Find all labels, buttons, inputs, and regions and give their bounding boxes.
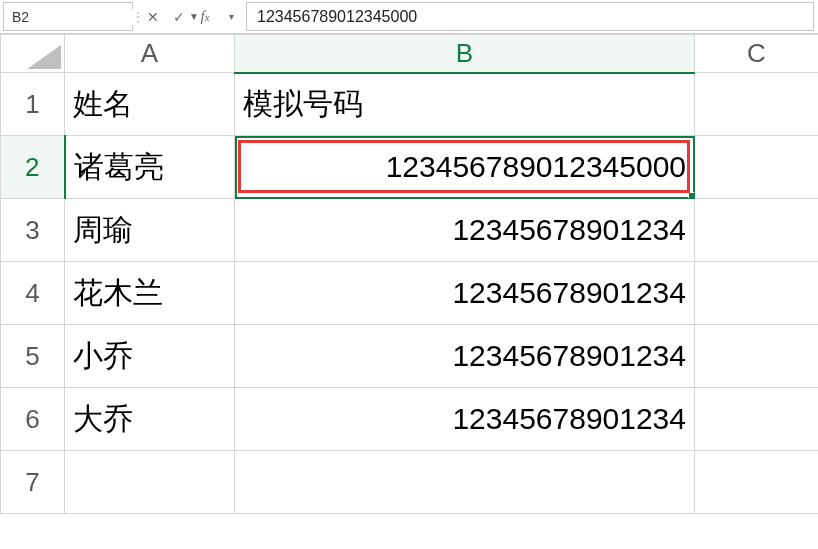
cell-B5[interactable]: 12345678901234: [235, 325, 695, 388]
cell-C7[interactable]: [695, 451, 819, 514]
chevron-down-icon[interactable]: ▾: [218, 0, 244, 33]
table-row: 2 诸葛亮 123456789012345000: [1, 136, 819, 199]
cell-C2[interactable]: [695, 136, 819, 199]
row-header-3[interactable]: 3: [1, 199, 65, 262]
row-header-2[interactable]: 2: [1, 136, 65, 199]
spreadsheet: A B C 1 姓名 模拟号码 2 诸葛亮 123456789012345000…: [0, 34, 818, 514]
cell-A3[interactable]: 周瑜: [65, 199, 235, 262]
row-header-7[interactable]: 7: [1, 451, 65, 514]
row-header-5[interactable]: 5: [1, 325, 65, 388]
cancel-button[interactable]: ✕: [140, 0, 166, 33]
cell-B3[interactable]: 12345678901234: [235, 199, 695, 262]
cell-B7[interactable]: [235, 451, 695, 514]
row-header-6[interactable]: 6: [1, 388, 65, 451]
cell-C4[interactable]: [695, 262, 819, 325]
cell-C3[interactable]: [695, 199, 819, 262]
cell-B6[interactable]: 12345678901234: [235, 388, 695, 451]
select-all-icon: [27, 45, 61, 69]
column-header-row: A B C: [1, 35, 819, 73]
formula-input[interactable]: [257, 8, 803, 26]
name-box[interactable]: ▼: [3, 2, 133, 31]
column-header-C[interactable]: C: [695, 35, 819, 73]
select-all-corner[interactable]: [1, 35, 65, 73]
table-row: 4 花木兰 12345678901234: [1, 262, 819, 325]
column-header-A[interactable]: A: [65, 35, 235, 73]
table-row: 7: [1, 451, 819, 514]
enter-button[interactable]: ✓: [166, 0, 192, 33]
column-header-B[interactable]: B: [235, 35, 695, 73]
cell-B4[interactable]: 12345678901234: [235, 262, 695, 325]
cell-A1[interactable]: 姓名: [65, 73, 235, 136]
cell-B2[interactable]: 123456789012345000: [235, 136, 695, 199]
cell-A4[interactable]: 花木兰: [65, 262, 235, 325]
table-row: 5 小乔 12345678901234: [1, 325, 819, 388]
cell-A2[interactable]: 诸葛亮: [65, 136, 235, 199]
cell-C6[interactable]: [695, 388, 819, 451]
cell-C5[interactable]: [695, 325, 819, 388]
cell-A6[interactable]: 大乔: [65, 388, 235, 451]
fx-icon[interactable]: fx: [192, 0, 218, 33]
table-row: 6 大乔 12345678901234: [1, 388, 819, 451]
row-header-4[interactable]: 4: [1, 262, 65, 325]
cell-A5[interactable]: 小乔: [65, 325, 235, 388]
cell-C1[interactable]: [695, 73, 819, 136]
table-row: 3 周瑜 12345678901234: [1, 199, 819, 262]
row-header-1[interactable]: 1: [1, 73, 65, 136]
table-row: 1 姓名 模拟号码: [1, 73, 819, 136]
formula-input-wrap[interactable]: [246, 2, 814, 31]
formula-bar: ▼ ⋮ ✕ ✓ fx ▾: [0, 0, 818, 34]
cell-A7[interactable]: [65, 451, 235, 514]
cell-B1[interactable]: 模拟号码: [235, 73, 695, 136]
grid: A B C 1 姓名 模拟号码 2 诸葛亮 123456789012345000…: [0, 34, 818, 514]
